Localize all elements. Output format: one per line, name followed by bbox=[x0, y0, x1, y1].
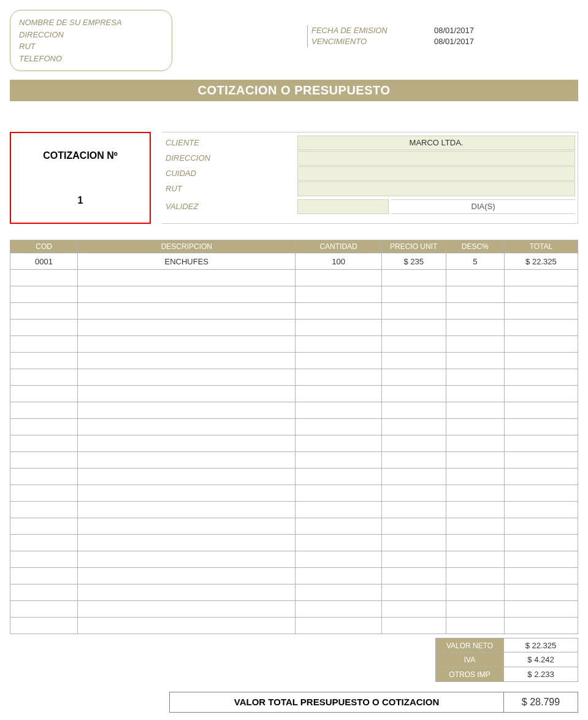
cell-precio[interactable] bbox=[381, 469, 446, 485]
cell-total[interactable] bbox=[504, 369, 578, 386]
cell-cant[interactable] bbox=[296, 502, 381, 518]
cell-desc[interactable] bbox=[78, 386, 296, 402]
cell-descp[interactable] bbox=[446, 618, 504, 634]
cell-desc[interactable] bbox=[78, 618, 296, 634]
cell-descp[interactable] bbox=[446, 469, 504, 485]
cell-cod[interactable] bbox=[10, 336, 78, 353]
cell-cant[interactable] bbox=[296, 402, 381, 419]
cell-cant[interactable] bbox=[296, 435, 381, 452]
cell-descp[interactable] bbox=[446, 303, 504, 320]
cell-cod[interactable] bbox=[10, 485, 78, 502]
cell-desc[interactable]: ENCHUFES bbox=[78, 253, 296, 270]
cell-total[interactable] bbox=[504, 435, 578, 452]
cell-precio[interactable] bbox=[381, 452, 446, 469]
cell-cant[interactable] bbox=[296, 419, 381, 435]
cell-cod[interactable] bbox=[10, 535, 78, 551]
cell-precio[interactable] bbox=[381, 386, 446, 402]
cell-descp[interactable] bbox=[446, 320, 504, 336]
cell-desc[interactable] bbox=[78, 303, 296, 320]
cell-precio[interactable] bbox=[381, 502, 446, 518]
cell-precio[interactable] bbox=[381, 336, 446, 353]
cell-total[interactable] bbox=[504, 353, 578, 369]
cell-total[interactable] bbox=[504, 551, 578, 568]
cell-precio[interactable] bbox=[381, 320, 446, 336]
cell-cod[interactable] bbox=[10, 518, 78, 535]
cell-descp[interactable] bbox=[446, 402, 504, 419]
cell-descp[interactable] bbox=[446, 518, 504, 535]
cell-cant[interactable] bbox=[296, 286, 381, 303]
cell-precio[interactable] bbox=[381, 303, 446, 320]
cell-cant[interactable] bbox=[296, 551, 381, 568]
cell-cod[interactable] bbox=[10, 618, 78, 634]
cell-desc[interactable] bbox=[78, 452, 296, 469]
cell-total[interactable] bbox=[504, 419, 578, 435]
cell-total[interactable] bbox=[504, 452, 578, 469]
cell-desc[interactable] bbox=[78, 336, 296, 353]
cell-cant[interactable] bbox=[296, 452, 381, 469]
cell-cant[interactable] bbox=[296, 369, 381, 386]
cell-total[interactable] bbox=[504, 469, 578, 485]
cell-precio[interactable] bbox=[381, 485, 446, 502]
cell-cod[interactable] bbox=[10, 402, 78, 419]
cell-precio[interactable] bbox=[381, 270, 446, 286]
cell-descp[interactable] bbox=[446, 419, 504, 435]
cell-descp[interactable] bbox=[446, 551, 504, 568]
cell-desc[interactable] bbox=[78, 369, 296, 386]
cell-cant[interactable] bbox=[296, 568, 381, 584]
cell-total[interactable] bbox=[504, 618, 578, 634]
cell-desc[interactable] bbox=[78, 286, 296, 303]
cell-descp[interactable] bbox=[446, 584, 504, 601]
cell-cod[interactable] bbox=[10, 369, 78, 386]
cell-desc[interactable] bbox=[78, 469, 296, 485]
cell-cant[interactable] bbox=[296, 469, 381, 485]
cell-total[interactable] bbox=[504, 320, 578, 336]
cell-precio[interactable] bbox=[381, 419, 446, 435]
cell-precio[interactable] bbox=[381, 402, 446, 419]
cell-desc[interactable] bbox=[78, 568, 296, 584]
cell-desc[interactable] bbox=[78, 601, 296, 618]
value-direccion[interactable] bbox=[297, 151, 575, 166]
cell-descp[interactable] bbox=[446, 386, 504, 402]
cell-cant[interactable] bbox=[296, 353, 381, 369]
cell-desc[interactable] bbox=[78, 402, 296, 419]
cell-descp[interactable] bbox=[446, 452, 504, 469]
value-rut[interactable] bbox=[297, 182, 575, 196]
cell-descp[interactable] bbox=[446, 369, 504, 386]
cell-precio[interactable] bbox=[381, 535, 446, 551]
cell-cod[interactable] bbox=[10, 502, 78, 518]
cell-precio[interactable] bbox=[381, 369, 446, 386]
cell-desc[interactable] bbox=[78, 270, 296, 286]
cell-cod[interactable] bbox=[10, 286, 78, 303]
cell-cod[interactable] bbox=[10, 303, 78, 320]
cell-cod[interactable] bbox=[10, 270, 78, 286]
cell-descp[interactable] bbox=[446, 568, 504, 584]
cell-cod[interactable] bbox=[10, 353, 78, 369]
cell-descp[interactable] bbox=[446, 286, 504, 303]
value-cliente[interactable]: MARCO LTDA. bbox=[297, 136, 575, 150]
cell-desc[interactable] bbox=[78, 485, 296, 502]
cell-cod[interactable] bbox=[10, 551, 78, 568]
cell-cant[interactable] bbox=[296, 584, 381, 601]
cell-desc[interactable] bbox=[78, 584, 296, 601]
cell-descp[interactable] bbox=[446, 485, 504, 502]
cell-total[interactable] bbox=[504, 402, 578, 419]
cell-total[interactable] bbox=[504, 584, 578, 601]
cell-total[interactable] bbox=[504, 485, 578, 502]
cell-cant[interactable]: 100 bbox=[296, 253, 381, 270]
cell-descp[interactable] bbox=[446, 502, 504, 518]
cell-cod[interactable] bbox=[10, 601, 78, 618]
cell-total[interactable] bbox=[504, 601, 578, 618]
cell-precio[interactable] bbox=[381, 353, 446, 369]
cell-cant[interactable] bbox=[296, 386, 381, 402]
cell-cant[interactable] bbox=[296, 303, 381, 320]
cell-total[interactable] bbox=[504, 270, 578, 286]
cell-total[interactable] bbox=[504, 502, 578, 518]
cell-total[interactable] bbox=[504, 386, 578, 402]
cell-cant[interactable] bbox=[296, 336, 381, 353]
cell-cod[interactable] bbox=[10, 584, 78, 601]
cell-cant[interactable] bbox=[296, 535, 381, 551]
cell-cant[interactable] bbox=[296, 618, 381, 634]
cell-descp[interactable] bbox=[446, 601, 504, 618]
cell-desc[interactable] bbox=[78, 419, 296, 435]
cell-cant[interactable] bbox=[296, 601, 381, 618]
